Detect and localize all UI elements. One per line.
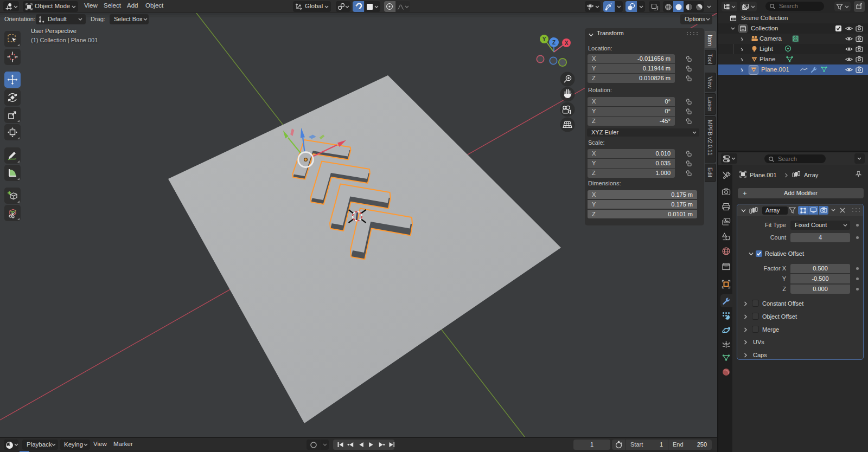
svg-text:Y: Y [542, 36, 546, 42]
svg-text:X: X [565, 40, 569, 46]
svg-text:Z: Z [552, 40, 556, 46]
